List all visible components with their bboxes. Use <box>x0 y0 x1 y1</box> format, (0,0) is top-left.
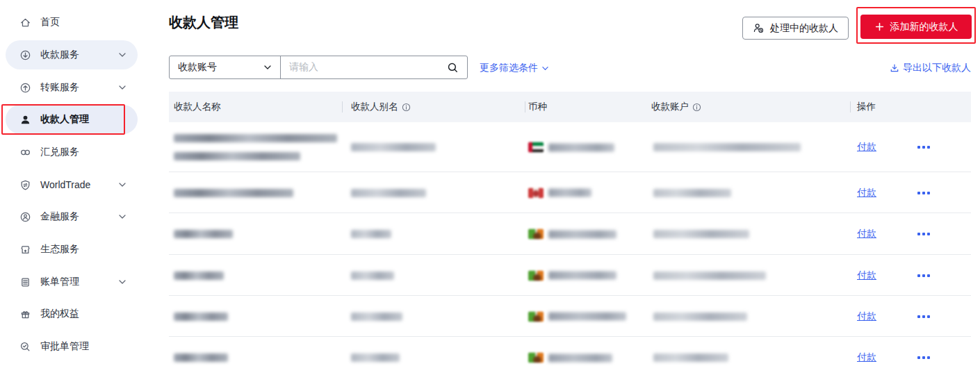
chevron-down-icon <box>118 84 126 91</box>
more-actions-icon[interactable] <box>917 192 930 194</box>
currency-cell <box>528 142 614 153</box>
currency-flag-icon <box>528 311 544 322</box>
payee-alias-redacted <box>351 189 426 197</box>
search-icon[interactable] <box>447 62 459 74</box>
sidebar-item-label: 金融服务 <box>40 210 79 223</box>
person-clock-icon <box>753 22 765 34</box>
chevron-down-icon <box>541 65 549 72</box>
sidebar-item-approval-management[interactable]: 审批单管理 <box>6 332 138 361</box>
table-header: 收款人名称收款人别名币种收款账户操作 <box>169 92 971 122</box>
worldtrade-icon <box>19 179 31 191</box>
sidebar-item-transfer-service[interactable]: 转账服务 <box>6 73 138 102</box>
search-placeholder: 请输入 <box>289 61 447 74</box>
column-header: 操作 <box>857 92 876 122</box>
currency-cell <box>528 229 616 240</box>
sidebar-item-label: 审批单管理 <box>40 340 89 353</box>
payee-account-redacted <box>653 272 766 280</box>
payee-name-redacted <box>174 312 228 321</box>
search-input[interactable]: 请输入 <box>281 56 467 78</box>
more-actions-button[interactable] <box>917 192 930 194</box>
add-payee-label: 添加新的收款人 <box>890 21 958 33</box>
chevron-down-icon <box>118 51 126 58</box>
sidebar-item-payee-management[interactable]: 收款人管理 <box>6 105 138 134</box>
info-icon[interactable] <box>402 103 411 112</box>
table-row: 付款 <box>169 122 971 172</box>
chevron-down-icon <box>118 181 126 188</box>
sidebar-item-home[interactable]: 首页 <box>6 8 138 37</box>
pay-link[interactable]: 付款 <box>857 187 876 199</box>
pay-link[interactable]: 付款 <box>857 269 876 282</box>
more-actions-button[interactable] <box>917 146 930 149</box>
pay-link[interactable]: 付款 <box>857 310 876 323</box>
sidebar-item-financial-service[interactable]: 金融服务 <box>6 202 138 231</box>
sidebar-item-label: WorldTrade <box>40 179 90 190</box>
add-payee-button[interactable]: 添加新的收款人 <box>860 15 972 39</box>
filter-bar: 收款账号 请输入 <box>169 56 468 79</box>
finance-icon <box>19 211 31 223</box>
payee-account-redacted <box>653 312 747 321</box>
sidebar-item-bill-management[interactable]: 账单管理 <box>6 267 138 297</box>
column-header-label: 币种 <box>528 101 547 113</box>
sidebar-item-label: 生态服务 <box>40 243 79 256</box>
more-actions-button[interactable] <box>917 233 930 235</box>
column-header: 收款人名称 <box>174 92 221 122</box>
table-row: 付款 <box>169 172 971 213</box>
payee-account-redacted <box>653 353 728 362</box>
payee-name-redacted <box>174 230 233 238</box>
column-divider <box>850 101 851 112</box>
column-header-label: 收款人别名 <box>351 101 398 113</box>
sidebar-item-collection-service[interactable]: 收款服务 <box>6 40 138 69</box>
filter-field-select[interactable]: 收款账号 <box>170 56 281 78</box>
more-actions-icon[interactable] <box>917 274 930 277</box>
currency-flag-icon <box>528 353 544 363</box>
pay-link[interactable]: 付款 <box>857 228 876 240</box>
export-payees-link[interactable]: 导出以下收款人 <box>890 62 971 74</box>
column-header-label: 收款账户 <box>651 101 689 113</box>
more-actions-button[interactable] <box>917 274 930 277</box>
more-actions-icon[interactable] <box>917 233 930 235</box>
approval-icon <box>19 341 31 353</box>
ecosystem-icon <box>19 244 31 256</box>
processing-payees-button[interactable]: 处理中的收款人 <box>742 17 849 40</box>
pay-link[interactable]: 付款 <box>857 141 876 153</box>
currency-flag-icon <box>528 188 544 198</box>
payee-name-redacted <box>174 353 228 362</box>
table-row: 付款 <box>169 296 971 337</box>
column-header: 收款人别名 <box>351 92 411 122</box>
currency-name-redacted <box>548 230 616 238</box>
sidebar-item-worldtrade[interactable]: WorldTrade <box>6 170 138 199</box>
more-actions-icon[interactable] <box>917 146 930 149</box>
payee-account-redacted <box>653 230 749 238</box>
column-header: 收款账户 <box>651 92 701 122</box>
payee-account-redacted <box>653 143 801 151</box>
sidebar-item-ecosystem-service[interactable]: 生态服务 <box>6 235 138 264</box>
currency-flag-icon <box>528 229 544 240</box>
payee-name-redacted <box>174 272 224 280</box>
exchange-icon <box>19 147 31 158</box>
more-actions-icon[interactable] <box>917 356 930 359</box>
payee-name-redacted <box>174 189 293 197</box>
column-divider <box>342 101 343 112</box>
transfer-icon <box>19 82 31 94</box>
pay-link[interactable]: 付款 <box>857 351 876 364</box>
more-actions-button[interactable] <box>917 315 930 318</box>
payee-alias-redacted <box>351 312 402 321</box>
table-row: 付款 <box>169 255 971 296</box>
sidebar-item-my-benefits[interactable]: 我的权益 <box>6 299 138 328</box>
sidebar-item-label: 收款人管理 <box>40 113 89 126</box>
currency-cell <box>528 311 626 322</box>
page-title: 收款人管理 <box>169 13 238 32</box>
column-header: 币种 <box>528 92 547 122</box>
payee-icon <box>19 114 31 126</box>
sidebar-item-exchange-service[interactable]: 汇兑服务 <box>6 138 138 167</box>
chevron-down-icon <box>118 213 126 220</box>
more-filters-link[interactable]: 更多筛选条件 <box>480 62 549 74</box>
info-icon[interactable] <box>692 103 701 112</box>
more-actions-button[interactable] <box>917 356 930 359</box>
export-payees-label: 导出以下收款人 <box>903 62 971 74</box>
sidebar: 首页收款服务转账服务收款人管理汇兑服务WorldTrade金融服务生态服务账单管… <box>0 0 146 375</box>
currency-flag-icon <box>528 270 544 281</box>
benefits-icon <box>19 308 31 320</box>
billing-icon <box>19 276 31 288</box>
more-actions-icon[interactable] <box>917 315 930 318</box>
